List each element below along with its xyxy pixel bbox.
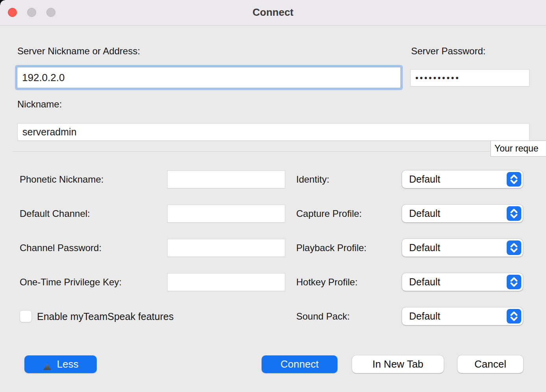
capture-profile-dropdown-value: Default <box>409 205 440 222</box>
myteamspeak-checkbox[interactable] <box>20 310 32 322</box>
privilege-key-input[interactable] <box>167 273 285 291</box>
identity-dropdown[interactable]: Default <box>402 170 523 188</box>
hotkey-profile-dropdown[interactable]: Default <box>402 273 523 291</box>
channel-password-input[interactable] <box>167 239 285 257</box>
chevron-up-down-icon <box>507 206 521 221</box>
form-row: Channel Password: Playback Profile: Defa… <box>0 239 546 257</box>
chevron-up-down-icon <box>507 240 521 255</box>
form-row: Default Channel: Capture Profile: Defaul… <box>0 204 546 223</box>
identity-dropdown-value: Default <box>409 170 440 188</box>
close-button[interactable] <box>8 8 17 17</box>
form-row: Enable myTeamSpeak features Sound Pack: … <box>0 307 546 326</box>
form-row: One-Time Privilege Key: Hotkey Profile: … <box>0 273 546 292</box>
chevron-up-down-icon <box>507 275 521 289</box>
window-corner <box>0 0 5 5</box>
cancel-button[interactable]: Cancel <box>457 355 523 373</box>
window-title: Connect <box>0 0 546 25</box>
nickname-label: Nickname: <box>17 99 62 110</box>
capture-profile-dropdown[interactable]: Default <box>402 205 523 222</box>
sound-pack-dropdown[interactable]: Default <box>402 307 523 325</box>
server-password-label: Server Password: <box>411 46 485 57</box>
separator <box>13 152 546 152</box>
sound-pack-dropdown-value: Default <box>409 307 440 325</box>
default-channel-input[interactable] <box>167 205 285 223</box>
form-row: Phonetic Nickname: Identity: Default <box>0 170 546 189</box>
playback-profile-label: Playback Profile: <box>296 242 367 253</box>
up-triangle-icon <box>43 361 52 368</box>
server-address-label: Server Nickname or Address: <box>17 46 140 57</box>
capture-profile-label: Capture Profile: <box>296 208 362 219</box>
nickname-input[interactable] <box>17 123 529 141</box>
minimize-button[interactable] <box>27 8 36 17</box>
hotkey-profile-label: Hotkey Profile: <box>296 277 358 288</box>
tooltip: Your reque <box>491 141 546 157</box>
less-button[interactable]: Less <box>24 355 97 373</box>
less-button-label: Less <box>57 358 79 370</box>
myteamspeak-checkbox-label: Enable myTeamSpeak features <box>37 311 173 322</box>
default-channel-label: Default Channel: <box>20 208 90 219</box>
titlebar: Connect <box>0 0 546 26</box>
connect-button[interactable]: Connect <box>262 355 338 373</box>
channel-password-label: Channel Password: <box>20 242 101 253</box>
hotkey-profile-dropdown-value: Default <box>409 273 440 291</box>
sound-pack-label: Sound Pack: <box>296 311 350 322</box>
privilege-key-label: One-Time Privilege Key: <box>20 277 122 288</box>
zoom-button[interactable] <box>46 8 55 17</box>
server-address-input[interactable] <box>17 67 401 88</box>
in-new-tab-button[interactable]: In New Tab <box>352 355 444 373</box>
chevron-up-down-icon <box>507 172 521 187</box>
phonetic-nickname-label: Phonetic Nickname: <box>20 174 103 185</box>
playback-profile-dropdown[interactable]: Default <box>402 239 523 257</box>
connect-button-label: Connect <box>280 358 319 370</box>
identity-label: Identity: <box>296 174 329 185</box>
phonetic-nickname-input[interactable] <box>167 170 285 189</box>
in-new-tab-button-label: In New Tab <box>373 358 424 370</box>
traffic-lights <box>8 8 55 17</box>
chevron-up-down-icon <box>507 309 521 324</box>
server-password-input[interactable] <box>410 69 529 87</box>
playback-profile-dropdown-value: Default <box>409 239 440 257</box>
connect-dialog: Connect Server Nickname or Address: Serv… <box>0 0 546 392</box>
cancel-button-label: Cancel <box>474 358 506 370</box>
